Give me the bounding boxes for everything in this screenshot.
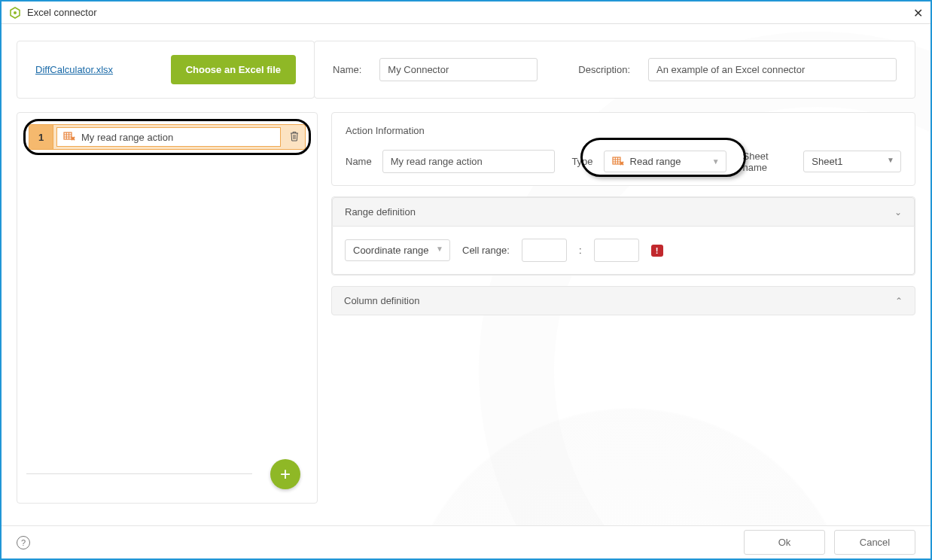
action-name-input[interactable] [382,150,556,173]
range-mode-select[interactable]: Coordinate range ▼ [345,239,450,261]
action-detail-panel: Action Information Name Type [331,112,915,504]
range-definition-body: Coordinate range ▼ Cell range: : ! [332,227,915,275]
actions-list-panel: 1 My read range action [17,112,318,504]
cell-range-from-input[interactable] [522,239,567,262]
connector-meta-panel: Name: Description: [314,41,915,99]
add-action-button[interactable]: + [270,459,300,489]
column-header-label: Column definition [344,295,419,306]
svg-rect-6 [613,157,620,164]
read-range-icon [63,132,75,142]
connector-description-input[interactable] [648,58,897,81]
action-type-select[interactable]: Read range ▼ [604,151,726,172]
file-link[interactable]: DiffCalculator.xlsx [35,64,113,75]
cancel-button[interactable]: Cancel [834,530,915,555]
action-index: 1 [29,125,53,149]
range-definition-card: Range definition ⌄ Coordinate range ▼ Ce… [331,196,915,275]
action-label: My read range action [81,132,173,143]
connector-name-input[interactable] [379,58,538,81]
range-separator: : [579,245,582,256]
delete-action-button[interactable] [284,131,305,144]
section-title: Action Information [346,125,901,136]
svg-rect-1 [64,132,72,139]
description-label: Description: [578,64,630,75]
sheet-name-label: Sheet name [743,151,793,173]
help-icon[interactable]: ? [17,536,30,549]
type-value: Read range [630,156,681,167]
chevron-down-icon: ⌄ [894,207,902,218]
divider [26,473,252,474]
action-information-card: Action Information Name Type [331,112,915,186]
chevron-down-icon: ▼ [887,156,894,164]
choose-file-button[interactable]: Choose an Excel file [171,55,296,84]
cell-range-to-input[interactable] [594,239,639,262]
trash-icon [290,131,299,142]
content-area: DiffCalculator.xlsx Choose an Excel file… [2,26,930,525]
chevron-down-icon: ▼ [712,157,720,166]
range-header-label: Range definition [345,206,416,218]
cell-range-label: Cell range: [462,245,510,256]
error-icon: ! [651,245,663,257]
range-definition-header[interactable]: Range definition ⌄ [332,197,915,227]
titlebar: Excel connector ✕ [2,2,930,24]
excel-connector-icon [9,7,21,19]
svg-point-0 [14,11,17,14]
sheet-value: Sheet1 [812,156,842,167]
type-label: Type [571,156,592,167]
sheet-name-select[interactable]: Sheet1 ▼ [803,151,901,172]
action-list-item[interactable]: 1 My read range action [29,124,306,150]
column-definition-header[interactable]: Column definition ⌃ [331,286,915,315]
plus-icon: + [280,464,291,485]
footer: ? Ok Cancel [2,525,930,558]
name-label: Name: [333,64,361,75]
chevron-down-icon: ▼ [436,245,443,253]
read-range-icon [612,157,624,167]
window-title: Excel connector [27,7,97,18]
range-mode-value: Coordinate range [353,245,428,256]
action-name-label: Name [346,156,372,167]
close-icon[interactable]: ✕ [913,6,923,20]
file-selector-panel: DiffCalculator.xlsx Choose an Excel file [17,41,315,99]
chevron-up-icon: ⌃ [895,296,903,306]
ok-button[interactable]: Ok [744,530,825,555]
